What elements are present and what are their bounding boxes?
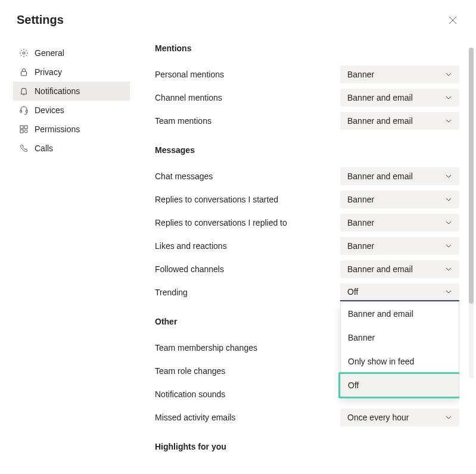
sidebar-item-label: General	[35, 48, 64, 58]
dropdown-button[interactable]: Banner and email	[340, 260, 459, 278]
phone-icon	[19, 144, 29, 153]
sidebar-item-label: Notifications	[35, 86, 80, 96]
lock-icon	[19, 67, 29, 77]
sidebar-item-label: Calls	[35, 144, 53, 153]
setting-label: Team mentions	[155, 116, 211, 126]
dropdown-value: Banner and email	[347, 93, 413, 102]
chevron-down-icon	[445, 71, 452, 78]
settings-sidebar: GeneralPrivacyNotificationsDevicesPermis…	[13, 43, 130, 471]
dropdown-value: Off	[347, 287, 358, 297]
setting-row: Missed activity emailsOnce every hour	[155, 406, 459, 429]
chevron-down-icon	[445, 266, 452, 273]
scrollbar[interactable]	[469, 48, 474, 379]
svg-rect-1	[21, 71, 27, 76]
sidebar-item-label: Privacy	[35, 67, 62, 77]
section-heading-messages: Messages	[155, 145, 459, 155]
dropdown-button[interactable]: Banner and email	[340, 112, 459, 130]
dropdown-value: Banner	[347, 195, 374, 204]
dropdown-option[interactable]: Only show in feed	[341, 350, 459, 373]
settings-content: MentionsPersonal mentionsBannerChannel m…	[130, 39, 459, 471]
dropdown-value: Once every hour	[347, 413, 409, 422]
dropdown-button[interactable]: Banner	[340, 237, 459, 255]
dropdown: Banner	[340, 66, 459, 83]
setting-label: Trending	[155, 288, 188, 297]
dropdown-value: Banner and email	[347, 116, 413, 126]
dropdown-option-label: Banner and email	[348, 309, 413, 319]
setting-row: Followed channelsBanner and email	[155, 257, 459, 280]
setting-row: Chat messagesBanner and email	[155, 164, 459, 188]
dropdown-value: Banner	[347, 70, 374, 79]
setting-label: Followed channels	[155, 264, 224, 274]
dropdown-button[interactable]: Banner	[340, 66, 459, 83]
close-icon	[449, 16, 457, 24]
dropdown-value: Banner	[347, 241, 374, 251]
dropdown-menu: Banner and emailBannerOnly show in feedO…	[340, 301, 459, 398]
setting-row: Team mentionsBanner and email	[155, 109, 459, 132]
svg-point-0	[23, 52, 25, 54]
dropdown: Banner and email	[340, 89, 459, 107]
setting-row: Replies to conversations I replied toBan…	[155, 211, 459, 234]
sidebar-item-privacy[interactable]: Privacy	[13, 63, 130, 82]
setting-row: Personal mentionsBanner	[155, 63, 459, 86]
setting-label: Notification sounds	[155, 389, 225, 399]
chevron-down-icon	[445, 196, 452, 203]
setting-label: Team role changes	[155, 366, 225, 376]
dropdown-value: Banner	[347, 218, 374, 227]
dropdown-button[interactable]: Banner	[340, 191, 459, 208]
chevron-down-icon	[445, 242, 452, 250]
dropdown-option[interactable]: Banner and email	[341, 302, 459, 326]
dropdown: OffBanner and emailBannerOnly show in fe…	[340, 283, 459, 301]
dropdown-option-label: Banner	[348, 333, 375, 342]
dropdown-button[interactable]: Banner and email	[340, 89, 459, 107]
dropdown: Banner and email	[340, 167, 459, 185]
sidebar-item-notifications[interactable]: Notifications	[13, 82, 130, 101]
close-button[interactable]	[446, 14, 459, 27]
dropdown-button[interactable]: Off	[340, 283, 459, 301]
svg-rect-4	[20, 126, 23, 129]
chevron-down-icon	[445, 94, 452, 101]
sidebar-item-general[interactable]: General	[13, 43, 130, 63]
setting-row: Channel mentionsBanner and email	[155, 86, 459, 109]
sidebar-item-label: Devices	[35, 105, 64, 115]
section-heading-mentions: Mentions	[155, 43, 459, 53]
setting-label: Replies to conversations I replied to	[155, 218, 287, 227]
setting-row: Likes and reactionsBanner	[155, 234, 459, 257]
setting-row: Replies to conversations I startedBanner	[155, 188, 459, 211]
setting-row: TrendingOffBanner and emailBannerOnly sh…	[155, 280, 459, 304]
dropdown-button[interactable]: Banner	[340, 214, 459, 232]
sidebar-item-devices[interactable]: Devices	[13, 101, 130, 120]
dropdown-button[interactable]: Once every hour	[340, 408, 459, 426]
setting-label: Personal mentions	[155, 70, 224, 79]
svg-point-7	[24, 130, 27, 133]
sidebar-item-permissions[interactable]: Permissions	[13, 120, 130, 139]
setting-label: Chat messages	[155, 171, 213, 181]
sidebar-item-calls[interactable]: Calls	[13, 139, 130, 158]
dropdown-button[interactable]: Banner and email	[340, 167, 459, 185]
dropdown-value: Banner and email	[347, 264, 413, 274]
dropdown-option-label: Off	[348, 381, 359, 390]
setting-label: Missed activity emails	[155, 413, 235, 422]
dropdown: Banner	[340, 191, 459, 208]
scrollbar-thumb[interactable]	[469, 48, 474, 304]
sidebar-item-label: Permissions	[35, 124, 80, 134]
svg-rect-5	[24, 126, 27, 129]
dropdown: Banner and email	[340, 260, 459, 278]
svg-rect-6	[20, 130, 23, 133]
chevron-down-icon	[445, 173, 452, 180]
setting-label: Team membership changes	[155, 343, 257, 353]
dropdown: Banner	[340, 214, 459, 232]
permissions-icon	[19, 124, 29, 134]
chevron-down-icon	[445, 288, 452, 295]
dropdown-option[interactable]: Banner	[341, 326, 459, 350]
chevron-down-icon	[445, 414, 452, 421]
dropdown-value: Banner and email	[347, 171, 413, 181]
setting-label: Channel mentions	[155, 93, 222, 102]
dropdown: Banner	[340, 237, 459, 255]
bell-icon	[19, 86, 29, 96]
section-heading-highlights: Highlights for you	[155, 442, 459, 451]
chevron-down-icon	[445, 117, 452, 124]
dropdown: Banner and email	[340, 112, 459, 130]
dropdown-option-label: Only show in feed	[348, 357, 414, 366]
gear-icon	[19, 48, 29, 58]
dropdown-option[interactable]: Off	[341, 373, 459, 397]
